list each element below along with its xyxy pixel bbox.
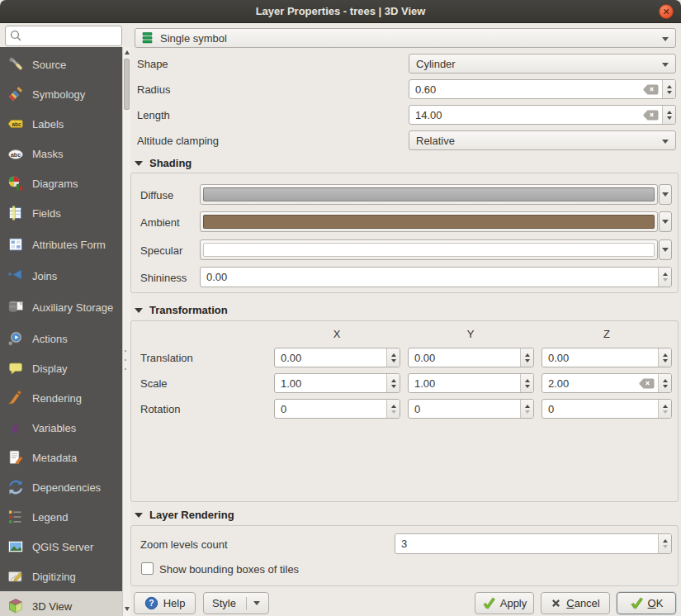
scale-z-spinbox[interactable]: 2.00 [541,373,672,393]
shininess-spin-buttons[interactable] [658,268,671,287]
apply-button[interactable]: Apply [475,592,534,614]
specular-color-dropdown[interactable] [659,239,672,260]
ambient-color-button[interactable] [200,211,658,232]
altitude-clamping-combo[interactable]: Relative [409,130,676,150]
sidebar-item-display[interactable]: Display [0,353,122,383]
scroll-up-icon[interactable] [123,47,131,58]
scroll-down-icon[interactable] [123,604,131,614]
column-x-header: X [312,328,362,340]
cancel-button[interactable]: Cancel [541,592,610,614]
spin-buttons[interactable] [658,348,671,367]
sidebar-item-3d-view[interactable]: 3D View [0,591,122,616]
sidebar-item-masks[interactable]: abcMasks [0,139,122,168]
sidebar-item-label: Digitizing [32,571,118,583]
sidebar-item-rendering[interactable]: Rendering [0,383,122,413]
sidebar-item-fields[interactable]: Fields [0,198,122,228]
radius-spin-buttons[interactable] [662,80,675,98]
legend-icon [7,508,25,526]
rotation-label: Rotation [140,403,180,415]
spin-buttons[interactable] [386,374,400,392]
spin-buttons[interactable] [658,374,671,392]
sidebar-item-attributes-form[interactable]: Attributes Form [0,228,122,261]
help-icon: ? [144,596,158,610]
help-button[interactable]: ? Help [134,592,196,614]
sidebar-item-label: Source [32,59,118,71]
shape-combo[interactable]: Cylinder [409,54,676,73]
sidebar-item-actions[interactable]: Actions [0,324,122,353]
rotation-x-spinbox[interactable]: 0 [274,399,400,419]
ok-button[interactable]: OK [617,592,676,614]
spin-buttons[interactable] [386,348,400,367]
diffuse-color-button[interactable] [200,184,658,205]
sidebar-item-diagrams[interactable]: Diagrams [0,168,122,198]
sidebar-item-legend[interactable]: Legend [0,502,122,532]
show-bounding-boxes-checkbox[interactable] [141,562,154,575]
chevron-down-icon [662,37,669,41]
sidebar-item-metadata[interactable]: Metadata [0,443,122,472]
spin-buttons[interactable] [520,400,533,418]
length-spin-buttons[interactable] [662,106,675,124]
length-value: 14.00 [415,109,442,121]
sidebar-item-label: Rendering [32,392,118,405]
sidebar-item-labels[interactable]: abcLabels [0,109,122,139]
scale-x-spinbox[interactable]: 1.00 [274,373,400,393]
sidebar-item-label: Diagrams [32,178,118,190]
source-icon [7,55,25,73]
spin-buttons[interactable] [658,534,671,553]
sidebar-item-auxiliary-storage[interactable]: Auxiliary Storage [0,291,122,324]
sidebar-item-label: Symbology [32,88,118,101]
rotation-x-value: 0 [281,403,286,415]
show-bounding-boxes-label: Show bounding boxes of tiles [159,563,299,576]
rotation-z-spinbox[interactable]: 0 [541,399,672,419]
sidebar-item-label: Display [32,362,118,375]
variables-icon: ε [7,419,25,437]
sidebar-item-dependencies[interactable]: Dependencies [0,472,122,502]
radius-spinbox[interactable]: 0.60 [409,79,676,99]
layer-rendering-section-header[interactable]: Layer Rendering [135,509,234,521]
ok-button-label: OK [648,597,664,609]
shininess-label: Shininess [140,272,187,284]
spin-buttons[interactable] [520,348,533,367]
length-spinbox[interactable]: 14.00 [409,105,676,125]
svg-text:abc: abc [11,152,21,158]
rotation-y-spinbox[interactable]: 0 [408,399,534,419]
transformation-section-header[interactable]: Transformation [135,304,228,316]
specular-swatch [203,243,655,257]
diffuse-color-dropdown[interactable] [659,184,672,205]
sidebar-item-qgis-server[interactable]: QGIS Server [0,532,122,562]
scrollbar-thumb[interactable] [124,59,130,110]
transformation-title: Transformation [149,304,228,316]
ambient-color-dropdown[interactable] [659,211,672,232]
splitter-handle[interactable] [125,350,127,370]
shading-section-header[interactable]: Shading [135,157,192,169]
translation-z-spinbox[interactable]: 0.00 [541,348,672,367]
zoom-levels-spinbox[interactable]: 3 [395,533,672,554]
search-input[interactable] [23,28,112,45]
sidebar-list: SourceSymbologyabcLabelsabcMasksDiagrams… [0,50,122,616]
sidebar-item-digitizing[interactable]: Digitizing [0,562,122,591]
close-icon[interactable]: ✕ [659,4,674,19]
sidebar-item-label: Metadata [32,452,118,464]
scale-y-spinbox[interactable]: 1.00 [408,373,534,393]
shape-label: Shape [137,58,168,70]
shininess-spinbox[interactable]: 0.00 [200,267,672,287]
clear-field-icon[interactable] [639,378,655,389]
translation-y-spinbox[interactable]: 0.00 [408,348,534,367]
translation-x-spinbox[interactable]: 0.00 [274,348,400,367]
style-button[interactable]: Style [203,592,269,614]
ambient-swatch [203,215,655,229]
spin-buttons[interactable] [386,400,400,418]
sidebar-item-source[interactable]: Source [0,50,122,79]
spin-buttons[interactable] [658,400,671,418]
clear-field-icon[interactable] [643,110,659,121]
spin-buttons[interactable] [520,374,533,392]
scale-x-value: 1.00 [281,377,301,390]
sidebar-item-joins[interactable]: Joins [0,261,122,291]
renderer-combo[interactable]: Single symbol [135,28,676,48]
radius-label: Radius [137,83,170,96]
sidebar-item-variables[interactable]: εVariables [0,413,122,443]
sidebar-item-symbology[interactable]: Symbology [0,79,122,109]
specular-color-button[interactable] [200,239,658,260]
titlebar[interactable]: Layer Properties - trees | 3D View ✕ [0,0,681,23]
clear-field-icon[interactable] [643,84,659,95]
